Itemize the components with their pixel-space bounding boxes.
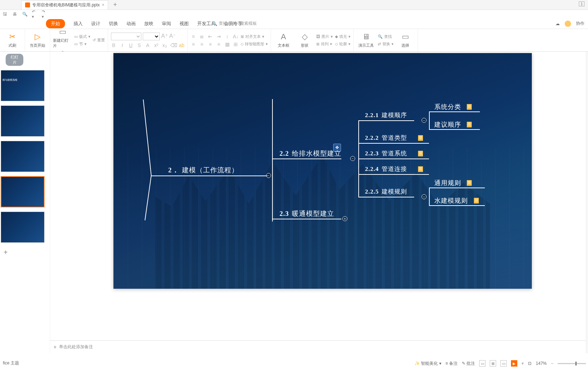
workspace: 幻灯片 模与建模流程 + 2．建模（工作流程） −	[0, 52, 588, 353]
ppt-icon	[25, 2, 30, 7]
notes-button[interactable]: ≡ 备注	[446, 361, 458, 367]
window-indicator[interactable]: 1	[579, 1, 584, 6]
reset-button[interactable]: ↺ 重置	[93, 38, 105, 43]
find-button[interactable]: 🔍 查找	[378, 34, 394, 39]
slide-thumb-5[interactable]	[1, 212, 45, 243]
tab-slideshow[interactable]: 放映	[144, 21, 153, 27]
numbering-icon[interactable]: ≣	[199, 34, 205, 39]
clear-format-icon[interactable]: ⌫	[170, 42, 176, 48]
beautify-button[interactable]: ✨ 智能美化 ▾	[414, 361, 441, 367]
cloud-icon[interactable]: ☁	[555, 21, 560, 26]
mm-223: 2.2.3管道系统	[365, 149, 407, 157]
bold-icon[interactable]: B	[111, 42, 117, 48]
mm-224: 2.2.4管道连接	[365, 165, 407, 173]
decrease-font-icon[interactable]: A⁻	[169, 33, 176, 40]
zoom-slider[interactable]	[558, 363, 586, 364]
avatar-icon[interactable]	[565, 21, 571, 27]
fill-button[interactable]: ◆ 填充 ▾	[335, 34, 351, 39]
normal-view-icon[interactable]: ▭	[479, 360, 486, 367]
fit-icon[interactable]: ⊡	[528, 361, 531, 366]
zoom-out-icon[interactable]: −	[551, 361, 553, 366]
tab-insert[interactable]: 插入	[74, 21, 83, 27]
mindmap[interactable]: 2．建模（工作流程） − 2.2给排水模型建立 − ✥	[113, 53, 532, 289]
increase-font-icon[interactable]: A⁺	[161, 33, 168, 40]
tab-review[interactable]: 审阅	[162, 21, 171, 27]
preview-icon[interactable]: 🔍	[22, 11, 28, 17]
select-button[interactable]: ▭选择	[396, 32, 415, 48]
font-color-icon[interactable]: A	[145, 42, 151, 48]
align-text-button[interactable]: ⊞ 对齐文本 ▾	[241, 34, 268, 39]
strike-icon[interactable]: S	[136, 42, 142, 48]
text-dir-icon[interactable]: A↓	[233, 34, 239, 39]
save-icon[interactable]: 🖫	[2, 11, 8, 17]
slide-canvas[interactable]: 2．建模（工作流程） − 2.2给排水模型建立 − ✥	[113, 53, 532, 289]
outline-button[interactable]: ◇ 轮廓 ▾	[335, 41, 351, 47]
tab-start[interactable]: 开始	[46, 19, 65, 28]
slides-tab[interactable]: 幻灯片	[6, 54, 23, 66]
command-search[interactable]: 🔍 查找命令、搜索模板	[212, 21, 257, 27]
picture-button[interactable]: 🖼 图片 ▾	[316, 34, 333, 39]
slideshow-icon[interactable]: ▶	[511, 360, 517, 367]
tab-close[interactable]: ×	[102, 2, 104, 7]
right-panel[interactable]	[586, 52, 588, 353]
doc-icon	[467, 122, 472, 127]
superscript-icon[interactable]: x²	[153, 42, 159, 48]
tab-design[interactable]: 设计	[91, 21, 100, 27]
align-justify-icon[interactable]: ≡	[216, 41, 222, 47]
comments-button[interactable]: ✎ 批注	[462, 361, 475, 367]
toggle-221[interactable]: −	[422, 118, 427, 123]
print-icon[interactable]: 🖶	[12, 11, 18, 17]
section-button[interactable]: ▭ 节 ▾	[74, 41, 90, 47]
columns-icon[interactable]: ▦	[224, 41, 230, 47]
notes-icon: ≡	[54, 345, 56, 350]
align-right-icon[interactable]: ≡	[207, 41, 213, 47]
slide-thumb-3[interactable]	[1, 141, 45, 172]
indent-dec-icon[interactable]: ⇤	[207, 34, 213, 39]
zoom-value[interactable]: 147%	[536, 361, 547, 366]
indent-inc-icon[interactable]: ⇥	[216, 34, 222, 39]
size-select[interactable]	[143, 33, 160, 40]
tab-animation[interactable]: 动画	[127, 21, 136, 27]
notes-bar[interactable]: ≡ 单击此处添加备注	[50, 340, 588, 353]
toggle-22[interactable]: −	[350, 156, 355, 161]
bullets-icon[interactable]: ≡	[190, 34, 196, 39]
textbox-button[interactable]: A文本框	[274, 32, 293, 48]
ribbon: ✂式刷 ▷当页开始 ▭新建幻灯片▾ ▭ 版式 ▾ ▭ 节 ▾ ↺ 重置 A⁺ A…	[0, 29, 588, 52]
sorter-view-icon[interactable]: ⊞	[490, 360, 496, 367]
document-tab[interactable]: 专用宿舍楼机电BIM建模与应用.pptx ×	[21, 0, 108, 10]
subscript-icon[interactable]: x₂	[162, 42, 167, 48]
align-dist-icon[interactable]: ⊞	[233, 41, 239, 47]
slide-thumb-2[interactable]	[1, 105, 45, 137]
align-center-icon[interactable]: ≡	[199, 41, 205, 47]
tab-add[interactable]: +	[113, 1, 117, 8]
ribbon-tabs: 开始 插入 设计 切换 动画 放映 审阅 视图 开发工具 会员专享 🔍 查找命令…	[0, 18, 588, 29]
toggle-225[interactable]: −	[422, 194, 427, 199]
shape-button[interactable]: ◇形状	[295, 32, 314, 48]
align-left-icon[interactable]: ≡	[190, 41, 196, 47]
format-painter[interactable]: ✂式刷	[3, 32, 22, 48]
tab-view[interactable]: 视图	[180, 21, 189, 27]
slide-thumb-4[interactable]	[1, 176, 45, 207]
reading-view-icon[interactable]: ▭	[500, 360, 507, 367]
smartart-button[interactable]: ◇ 转智能图形 ▾	[241, 41, 268, 47]
toggle-root[interactable]: −	[266, 173, 271, 178]
arrange-button[interactable]: ⊞ 排列 ▾	[316, 41, 333, 47]
toggle-23[interactable]: +	[342, 216, 347, 221]
search-placeholder: 查找命令、搜索模板	[219, 21, 257, 27]
undo-icon[interactable]: ↶ ▾	[32, 11, 37, 17]
highlight-icon[interactable]: ab	[179, 42, 184, 48]
font-select[interactable]	[111, 33, 141, 40]
layout-button[interactable]: ▭ 版式 ▾	[74, 34, 90, 39]
from-current-slide[interactable]: ▷当页开始	[28, 32, 47, 48]
replace-button[interactable]: ⇄ 替换 ▾	[378, 41, 394, 47]
italic-icon[interactable]: I	[119, 42, 125, 48]
add-slide[interactable]: +	[4, 248, 46, 257]
linespacing-icon[interactable]: ↕	[224, 34, 230, 39]
demo-tools[interactable]: 🖥演示工具	[357, 32, 376, 48]
slide-thumb-1[interactable]: 模与建模流程	[1, 70, 45, 101]
underline-icon[interactable]: U	[128, 42, 134, 48]
tab-transition[interactable]: 切换	[109, 21, 118, 27]
collab-button[interactable]: 协作	[576, 21, 584, 27]
new-slide[interactable]: ▭新建幻灯片▾	[53, 27, 72, 53]
redo-icon[interactable]: ↷ ▾	[42, 11, 47, 17]
